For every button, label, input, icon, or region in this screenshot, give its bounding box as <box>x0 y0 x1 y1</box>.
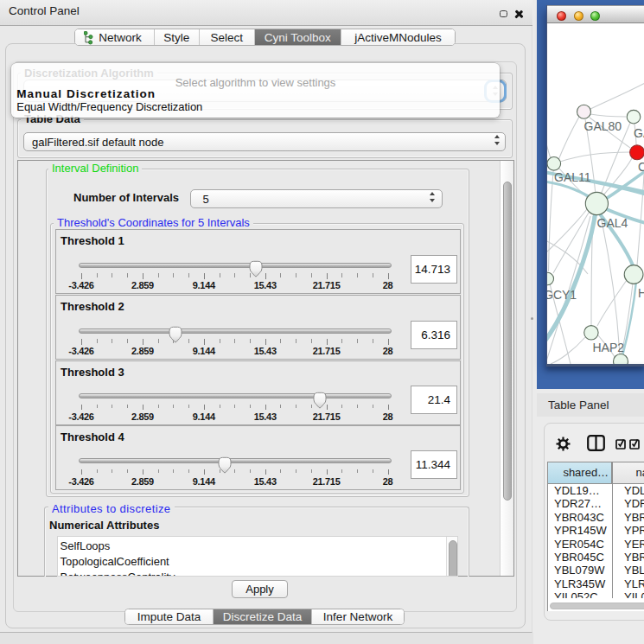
svg-text:GAL80: GAL80 <box>584 119 622 133</box>
svg-text:GCY1: GCY1 <box>547 288 577 302</box>
svg-text:GAL11: GAL11 <box>554 170 591 184</box>
svg-text:HAP2: HAP2 <box>593 341 625 354</box>
svg-text:GAL: GAL <box>634 126 644 140</box>
svg-text:HAP: HAP <box>638 286 644 300</box>
svg-text:GAL4: GAL4 <box>597 216 628 230</box>
svg-text:CYC: CYC <box>638 160 644 174</box>
